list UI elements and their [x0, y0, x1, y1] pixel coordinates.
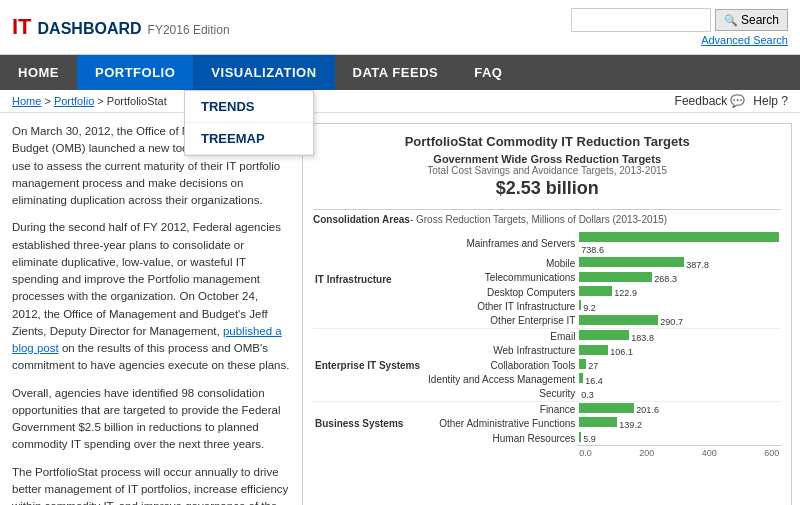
bar	[579, 286, 612, 296]
bar	[579, 403, 634, 413]
bar-value: 5.9	[583, 434, 596, 444]
advanced-search-link[interactable]: Advanced Search	[701, 34, 788, 46]
bar-row-label: Identity and Access Management	[426, 372, 577, 386]
bar-cell: 268.3	[577, 271, 781, 285]
search-button[interactable]: 🔍 Search	[715, 9, 788, 31]
nav-item-visualization[interactable]: VISUALIZATION	[193, 55, 334, 90]
bar-cell: 27	[577, 358, 781, 372]
bar	[579, 417, 617, 427]
main-content: On March 30, 2012, the Office of Managem…	[0, 113, 800, 505]
nav: HOME PORTFOLIO VISUALIZATION DATA FEEDS …	[0, 55, 800, 90]
bar-value: 27	[588, 361, 598, 371]
group-label: IT Infrastructure	[313, 231, 426, 329]
bar	[579, 359, 586, 369]
search-area: 🔍 Search Advanced Search	[571, 8, 788, 46]
feedback-button[interactable]: Feedback 💬	[675, 94, 746, 108]
viz-dropdown: TRENDS TREEMAP	[184, 90, 314, 156]
nav-item-portfolio[interactable]: PORTFOLIO	[77, 55, 193, 90]
bar	[579, 257, 684, 267]
text-paragraph-2: During the second half of FY 2012, Feder…	[12, 219, 290, 374]
breadcrumb: Home > Portfolio > PortfolioStat	[12, 95, 167, 107]
breadcrumb-portfolio[interactable]: Portfolio	[54, 95, 94, 107]
bar-row-label: Mobile	[426, 256, 577, 270]
bar-value: 16.4	[585, 376, 603, 386]
search-icon: 🔍	[724, 14, 738, 27]
text-paragraph-3: Overall, agencies have identified 98 con…	[12, 385, 290, 454]
bar-value: 139.2	[619, 420, 642, 430]
feedback-icon: 💬	[730, 94, 745, 108]
chart-amount: $2.53 billion	[313, 178, 781, 199]
bar	[579, 345, 608, 355]
axis-tick: 400	[702, 448, 717, 458]
chart-title: PortfolioStat Commodity IT Reduction Tar…	[313, 134, 781, 149]
bar	[579, 315, 658, 325]
bar-value: 201.6	[636, 405, 659, 415]
bar-cell: 5.9	[577, 431, 781, 446]
search-box-row: 🔍 Search	[571, 8, 788, 32]
text-paragraph-4: The PortfolioStat process will occur ann…	[12, 464, 290, 506]
feedback-help: Feedback 💬 Help ?	[675, 94, 788, 108]
bar-cell: 106.1	[577, 344, 781, 358]
logo-edition: FY2016 Edition	[148, 23, 230, 37]
breadcrumb-current: PortfolioStat	[107, 95, 167, 107]
chart-subtitle: Government Wide Gross Reduction Targets	[313, 153, 781, 165]
bar-cell: 0.3	[577, 387, 781, 402]
nav-item-datafeeds[interactable]: DATA FEEDS	[335, 55, 457, 90]
bar-row-label: Other Administrative Functions	[426, 416, 577, 430]
bar-row-label: Web Infrastructure	[426, 344, 577, 358]
bar-value: 738.6	[581, 245, 604, 255]
bar-row-label: Human Resources	[426, 431, 577, 446]
bar-row-label: Desktop Computers	[426, 285, 577, 299]
bar-row-label: Collaboration Tools	[426, 358, 577, 372]
bar-value: 290.7	[660, 317, 683, 327]
bar-row-label: Security	[426, 387, 577, 402]
group-label: Enterprise IT Systems	[313, 329, 426, 402]
bar-value: 0.3	[581, 390, 594, 400]
bar-value: 106.1	[610, 347, 633, 357]
bar	[579, 272, 652, 282]
bar-value: 268.3	[654, 274, 677, 284]
axis-ticks: 0.0200400600	[577, 446, 781, 460]
logo-area: IT DASHBOARD FY2016 Edition	[12, 14, 230, 40]
dropdown-item-treemap[interactable]: TREEMAP	[185, 123, 313, 155]
bar-value: 387.8	[686, 260, 709, 270]
header: IT DASHBOARD FY2016 Edition 🔍 Search Adv…	[0, 0, 800, 55]
bar	[579, 300, 581, 310]
search-input[interactable]	[571, 8, 711, 32]
bar	[579, 373, 583, 383]
axis-tick: 0.0	[579, 448, 592, 458]
bar-value: 122.9	[614, 288, 637, 298]
bar-value: 9.2	[583, 303, 596, 313]
bar	[579, 330, 629, 340]
blog-post-link[interactable]: published a blog post	[12, 325, 282, 354]
axis-tick: 200	[639, 448, 654, 458]
breadcrumb-bar: Home > Portfolio > PortfolioStat Feedbac…	[0, 90, 800, 113]
bar	[579, 232, 779, 242]
bar-row-label: Telecommunications	[426, 271, 577, 285]
feedback-label: Feedback	[675, 94, 728, 108]
bar-cell: 9.2	[577, 299, 781, 313]
chart-subtitle2: Total Cost Savings and Avoidance Targets…	[313, 165, 781, 176]
bar-cell: 387.8	[577, 256, 781, 270]
bar-cell: 738.6	[577, 231, 781, 256]
bar-chart-table: IT InfrastructureMainframes and Servers7…	[313, 231, 781, 459]
bar-cell: 139.2	[577, 416, 781, 430]
search-button-label: Search	[741, 13, 779, 27]
bar-row-label: Finance	[426, 401, 577, 416]
bar-row-label: Mainframes and Servers	[426, 231, 577, 256]
chart-panel: PortfolioStat Commodity IT Reduction Tar…	[302, 123, 792, 505]
help-button[interactable]: Help ?	[753, 94, 788, 108]
chart-col-header: Consolidation Areas- Gross Reduction Tar…	[313, 209, 781, 225]
axis-tick: 600	[764, 448, 779, 458]
breadcrumb-home[interactable]: Home	[12, 95, 41, 107]
logo-it-text: IT	[12, 14, 32, 39]
nav-item-faq[interactable]: FAQ	[456, 55, 520, 90]
bar-row-label: Other IT Infrastructure	[426, 299, 577, 313]
bar-cell: 201.6	[577, 401, 781, 416]
dropdown-item-trends[interactable]: TRENDS	[185, 91, 313, 123]
bar-cell: 122.9	[577, 285, 781, 299]
bar-cell: 16.4	[577, 372, 781, 386]
bar	[579, 432, 581, 442]
nav-item-home[interactable]: HOME	[0, 55, 77, 90]
axis-label-col	[426, 446, 577, 460]
